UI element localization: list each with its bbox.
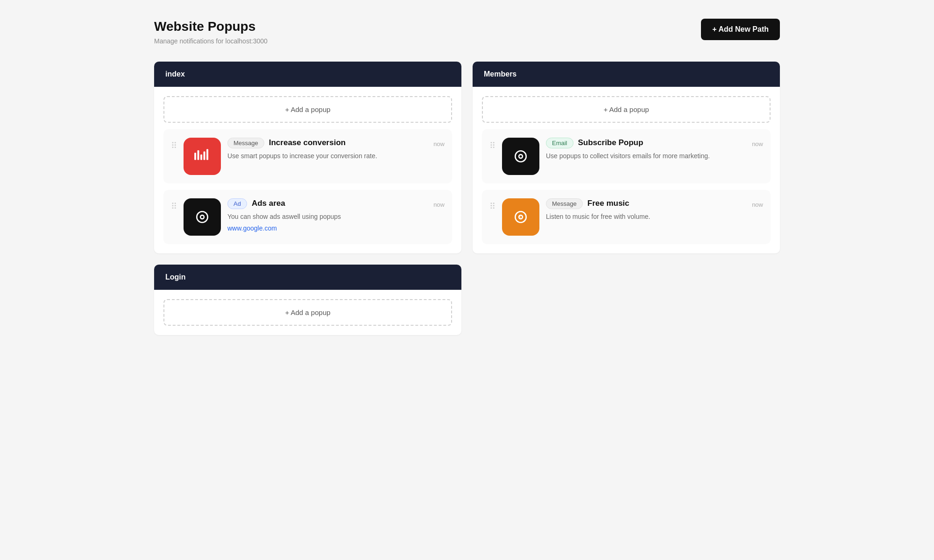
ads-card-tag: Ad xyxy=(227,198,247,209)
members-section: Members + Add a popup ⠿ xyxy=(473,62,780,253)
subscribe-vision-logo-svg xyxy=(509,144,533,168)
rise-app-icon xyxy=(184,138,221,175)
svg-rect-3 xyxy=(200,154,202,160)
subscribe-card-meta: Email Subscribe Popup xyxy=(546,138,745,148)
title-area: Website Popups Manage notifications for … xyxy=(154,19,268,45)
vision-logo-svg xyxy=(190,205,214,229)
svg-rect-4 xyxy=(204,151,205,160)
ads-card-time: now xyxy=(433,198,445,208)
svg-point-13 xyxy=(519,155,522,157)
index-section-header: index xyxy=(154,62,461,87)
svg-rect-2 xyxy=(198,150,199,160)
page-title: Website Popups xyxy=(154,19,268,35)
drag-handle-icon[interactable]: ⠿ xyxy=(489,201,495,211)
svg-rect-1 xyxy=(194,153,196,160)
svg-rect-5 xyxy=(206,149,208,160)
ads-popup-card: ⠿ Ad Ads area Y xyxy=(163,190,452,244)
columns-grid: index + Add a popup ⠿ xyxy=(154,62,780,335)
members-add-popup-button[interactable]: + Add a popup xyxy=(482,96,771,123)
rise-card-title: Increase conversion xyxy=(269,138,346,147)
login-section-header: Login xyxy=(154,265,461,290)
rise-card-meta: Message Increase conversion xyxy=(227,138,427,148)
ads-card-meta: Ad Ads area xyxy=(227,198,427,209)
subscribe-app-icon xyxy=(502,138,539,175)
rise-card-tag: Message xyxy=(227,138,264,148)
page-header: Website Popups Manage notifications for … xyxy=(154,19,780,45)
members-section-body: + Add a popup ⠿ Email xyxy=(473,87,780,253)
login-section-body: + Add a popup xyxy=(154,290,461,335)
rise-logo-svg xyxy=(190,144,214,168)
index-section-body: + Add a popup ⠿ xyxy=(154,87,461,253)
ads-card-title: Ads area xyxy=(252,199,285,208)
music-app-icon: ♪ xyxy=(502,198,539,236)
index-section-label: index xyxy=(165,70,185,78)
music-card-description: Listen to music for free with volume. xyxy=(546,212,745,222)
page-wrapper: Website Popups Manage notifications for … xyxy=(140,0,794,354)
index-add-popup-button[interactable]: + Add a popup xyxy=(163,96,452,123)
login-section-label: Login xyxy=(165,273,186,281)
drag-handle-icon[interactable]: ⠿ xyxy=(489,140,495,151)
members-section-label: Members xyxy=(484,70,517,78)
add-new-path-button[interactable]: + Add New Path xyxy=(701,19,780,40)
ads-card-link[interactable]: www.google.com xyxy=(227,224,427,232)
subscribe-card-title: Subscribe Popup xyxy=(578,138,644,147)
svg-text:♪: ♪ xyxy=(518,213,521,219)
subscribe-popup-card: ⠿ Email Subscribe Popup xyxy=(482,129,771,183)
ads-card-content: Ad Ads area You can show ads aswell usin… xyxy=(227,198,427,232)
subscribe-card-tag: Email xyxy=(546,138,573,148)
rise-card-content: Message Increase conversion Use smart po… xyxy=(227,138,427,161)
ads-card-description: You can show ads aswell using popups xyxy=(227,212,427,222)
login-add-popup-button[interactable]: + Add a popup xyxy=(163,299,452,326)
music-card-time: now xyxy=(752,198,763,208)
ads-app-icon xyxy=(184,198,221,236)
drag-handle-icon[interactable]: ⠿ xyxy=(171,140,177,151)
members-section-header: Members xyxy=(473,62,780,87)
subscribe-card-content: Email Subscribe Popup Use popups to coll… xyxy=(546,138,745,161)
music-volume-logo-svg: ♪ xyxy=(509,205,533,229)
page-subtitle: Manage notifications for localhost:3000 xyxy=(154,37,268,45)
login-section: Login + Add a popup xyxy=(154,265,461,335)
music-card-content: Message Free music Listen to music for f… xyxy=(546,198,745,222)
music-popup-card: ⠿ ♪ Message xyxy=(482,190,771,244)
drag-handle-icon[interactable]: ⠿ xyxy=(171,201,177,211)
svg-point-9 xyxy=(201,216,203,218)
music-card-meta: Message Free music xyxy=(546,198,745,209)
index-section: index + Add a popup ⠿ xyxy=(154,62,461,253)
music-card-tag: Message xyxy=(546,198,583,209)
subscribe-card-time: now xyxy=(752,138,763,147)
subscribe-card-description: Use popups to collect visitors emails fo… xyxy=(546,151,745,161)
rise-popup-card: ⠿ Message xyxy=(163,129,452,183)
music-card-title: Free music xyxy=(587,199,630,208)
rise-card-description: Use smart popups to increase your conver… xyxy=(227,151,427,161)
rise-card-time: now xyxy=(433,138,445,147)
